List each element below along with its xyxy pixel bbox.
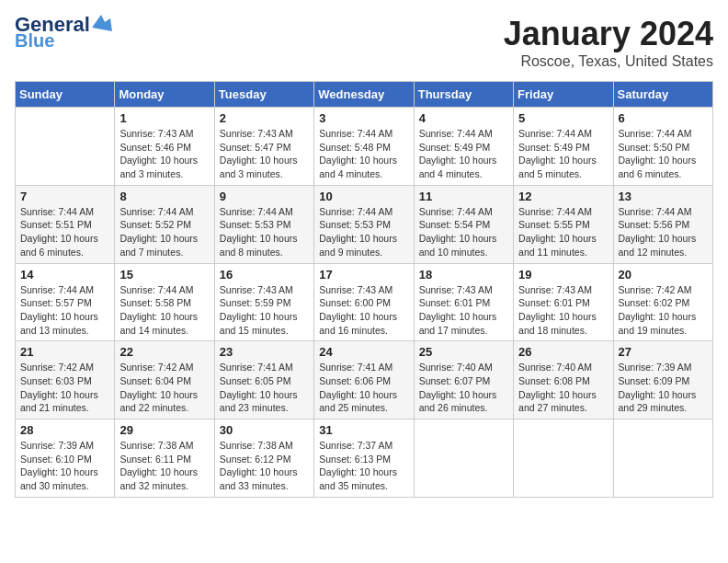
week-row-4: 28Sunrise: 7:39 AM Sunset: 6:10 PM Dayli… <box>16 419 713 498</box>
day-info: Sunrise: 7:43 AM Sunset: 6:01 PM Dayligh… <box>518 283 608 338</box>
calendar-cell: 4Sunrise: 7:44 AM Sunset: 5:49 PM Daylig… <box>414 108 513 186</box>
day-info: Sunrise: 7:43 AM Sunset: 5:46 PM Dayligh… <box>119 127 209 181</box>
calendar-cell: 1Sunrise: 7:43 AM Sunset: 5:46 PM Daylig… <box>115 108 214 186</box>
day-number: 28 <box>20 423 109 437</box>
day-number: 9 <box>220 190 309 203</box>
day-info: Sunrise: 7:44 AM Sunset: 5:53 PM Dayligh… <box>220 205 309 259</box>
location-title: Roscoe, Texas, United States <box>504 53 713 70</box>
calendar-cell: 31Sunrise: 7:37 AM Sunset: 6:13 PM Dayli… <box>314 419 414 498</box>
calendar-cell: 25Sunrise: 7:40 AM Sunset: 6:07 PM Dayli… <box>414 341 513 419</box>
calendar-cell: 2Sunrise: 7:43 AM Sunset: 5:47 PM Daylig… <box>214 108 313 186</box>
day-number: 3 <box>319 111 408 125</box>
day-number: 17 <box>319 268 408 282</box>
calendar-cell: 18Sunrise: 7:43 AM Sunset: 6:01 PM Dayli… <box>414 263 513 341</box>
day-number: 18 <box>419 268 508 282</box>
day-number: 10 <box>319 190 408 203</box>
calendar-cell: 12Sunrise: 7:44 AM Sunset: 5:55 PM Dayli… <box>514 185 613 263</box>
day-number: 27 <box>619 345 708 359</box>
weekday-header-row: SundayMondayTuesdayWednesdayThursdayFrid… <box>16 82 713 108</box>
weekday-header-thursday: Thursday <box>414 82 513 108</box>
day-info: Sunrise: 7:37 AM Sunset: 6:13 PM Dayligh… <box>319 439 408 493</box>
calendar-cell: 6Sunrise: 7:44 AM Sunset: 5:50 PM Daylig… <box>613 108 712 186</box>
day-info: Sunrise: 7:41 AM Sunset: 6:05 PM Dayligh… <box>220 361 309 415</box>
title-area: January 2024 Roscoe, Texas, United State… <box>504 15 713 70</box>
weekday-header-monday: Monday <box>115 82 214 108</box>
day-info: Sunrise: 7:43 AM Sunset: 5:47 PM Dayligh… <box>220 127 309 181</box>
day-number: 24 <box>319 345 408 359</box>
month-title: January 2024 <box>504 15 713 53</box>
week-row-1: 7Sunrise: 7:44 AM Sunset: 5:51 PM Daylig… <box>16 185 713 263</box>
day-number: 12 <box>518 190 608 203</box>
day-info: Sunrise: 7:44 AM Sunset: 5:56 PM Dayligh… <box>619 205 708 259</box>
day-info: Sunrise: 7:38 AM Sunset: 6:12 PM Dayligh… <box>220 439 309 493</box>
day-number: 4 <box>419 111 508 125</box>
calendar-table: SundayMondayTuesdayWednesdayThursdayFrid… <box>15 81 713 498</box>
day-info: Sunrise: 7:44 AM Sunset: 5:49 PM Dayligh… <box>518 127 608 181</box>
day-info: Sunrise: 7:43 AM Sunset: 6:00 PM Dayligh… <box>319 283 408 338</box>
calendar-cell: 21Sunrise: 7:42 AM Sunset: 6:03 PM Dayli… <box>16 341 115 419</box>
day-info: Sunrise: 7:44 AM Sunset: 5:50 PM Dayligh… <box>619 127 708 181</box>
calendar-cell: 22Sunrise: 7:42 AM Sunset: 6:04 PM Dayli… <box>115 341 214 419</box>
calendar-cell: 30Sunrise: 7:38 AM Sunset: 6:12 PM Dayli… <box>214 419 313 498</box>
calendar-cell: 20Sunrise: 7:42 AM Sunset: 6:02 PM Dayli… <box>613 263 712 341</box>
day-number: 5 <box>518 111 608 125</box>
day-number: 14 <box>20 268 109 282</box>
day-info: Sunrise: 7:44 AM Sunset: 5:57 PM Dayligh… <box>20 283 109 338</box>
day-info: Sunrise: 7:44 AM Sunset: 5:48 PM Dayligh… <box>319 127 408 181</box>
day-number: 1 <box>119 111 209 125</box>
week-row-2: 14Sunrise: 7:44 AM Sunset: 5:57 PM Dayli… <box>16 263 713 341</box>
day-info: Sunrise: 7:38 AM Sunset: 6:11 PM Dayligh… <box>119 439 209 493</box>
calendar-cell: 29Sunrise: 7:38 AM Sunset: 6:11 PM Dayli… <box>115 419 214 498</box>
calendar-cell <box>414 419 513 498</box>
day-number: 13 <box>619 190 708 203</box>
day-info: Sunrise: 7:39 AM Sunset: 6:09 PM Dayligh… <box>619 361 708 415</box>
day-number: 20 <box>619 268 708 282</box>
week-row-0: 1Sunrise: 7:43 AM Sunset: 5:46 PM Daylig… <box>16 108 713 186</box>
day-number: 31 <box>319 423 408 437</box>
calendar-cell: 28Sunrise: 7:39 AM Sunset: 6:10 PM Dayli… <box>16 419 115 498</box>
day-number: 23 <box>220 345 309 359</box>
calendar-cell <box>16 108 115 186</box>
day-info: Sunrise: 7:42 AM Sunset: 6:02 PM Dayligh… <box>619 283 708 338</box>
calendar-cell: 7Sunrise: 7:44 AM Sunset: 5:51 PM Daylig… <box>16 185 115 263</box>
calendar-cell: 17Sunrise: 7:43 AM Sunset: 6:00 PM Dayli… <box>314 263 414 341</box>
calendar-cell: 10Sunrise: 7:44 AM Sunset: 5:53 PM Dayli… <box>314 185 414 263</box>
calendar-cell: 27Sunrise: 7:39 AM Sunset: 6:09 PM Dayli… <box>613 341 712 419</box>
week-row-3: 21Sunrise: 7:42 AM Sunset: 6:03 PM Dayli… <box>16 341 713 419</box>
day-info: Sunrise: 7:44 AM Sunset: 5:55 PM Dayligh… <box>518 205 608 259</box>
day-info: Sunrise: 7:44 AM Sunset: 5:54 PM Dayligh… <box>419 205 508 259</box>
weekday-header-friday: Friday <box>514 82 613 108</box>
calendar-cell: 11Sunrise: 7:44 AM Sunset: 5:54 PM Dayli… <box>414 185 513 263</box>
day-number: 11 <box>419 190 508 203</box>
day-number: 8 <box>119 190 209 203</box>
calendar-cell: 19Sunrise: 7:43 AM Sunset: 6:01 PM Dayli… <box>514 263 613 341</box>
day-info: Sunrise: 7:44 AM Sunset: 5:51 PM Dayligh… <box>20 205 109 259</box>
calendar-cell: 26Sunrise: 7:40 AM Sunset: 6:08 PM Dayli… <box>514 341 613 419</box>
day-info: Sunrise: 7:42 AM Sunset: 6:04 PM Dayligh… <box>119 361 209 415</box>
day-info: Sunrise: 7:40 AM Sunset: 6:08 PM Dayligh… <box>518 361 608 415</box>
calendar-cell: 23Sunrise: 7:41 AM Sunset: 6:05 PM Dayli… <box>214 341 313 419</box>
day-number: 29 <box>119 423 209 437</box>
calendar-cell: 15Sunrise: 7:44 AM Sunset: 5:58 PM Dayli… <box>115 263 214 341</box>
calendar-cell: 9Sunrise: 7:44 AM Sunset: 5:53 PM Daylig… <box>214 185 313 263</box>
day-number: 21 <box>20 345 109 359</box>
day-number: 7 <box>20 190 109 203</box>
logo-bird-icon <box>92 15 112 31</box>
day-info: Sunrise: 7:43 AM Sunset: 6:01 PM Dayligh… <box>419 283 508 338</box>
calendar-cell: 16Sunrise: 7:43 AM Sunset: 5:59 PM Dayli… <box>214 263 313 341</box>
weekday-header-sunday: Sunday <box>16 82 115 108</box>
weekday-header-tuesday: Tuesday <box>214 82 313 108</box>
header: General Blue January 2024 Roscoe, Texas,… <box>15 15 713 70</box>
logo-blue: Blue <box>15 31 54 50</box>
calendar-cell: 14Sunrise: 7:44 AM Sunset: 5:57 PM Dayli… <box>16 263 115 341</box>
day-number: 16 <box>220 268 309 282</box>
calendar-cell <box>613 419 712 498</box>
calendar-cell: 24Sunrise: 7:41 AM Sunset: 6:06 PM Dayli… <box>314 341 414 419</box>
day-number: 25 <box>419 345 508 359</box>
calendar-cell: 5Sunrise: 7:44 AM Sunset: 5:49 PM Daylig… <box>514 108 613 186</box>
day-info: Sunrise: 7:44 AM Sunset: 5:52 PM Dayligh… <box>119 205 209 259</box>
day-number: 26 <box>518 345 608 359</box>
day-info: Sunrise: 7:41 AM Sunset: 6:06 PM Dayligh… <box>319 361 408 415</box>
logo-area: General Blue <box>15 15 112 50</box>
day-info: Sunrise: 7:40 AM Sunset: 6:07 PM Dayligh… <box>419 361 508 415</box>
